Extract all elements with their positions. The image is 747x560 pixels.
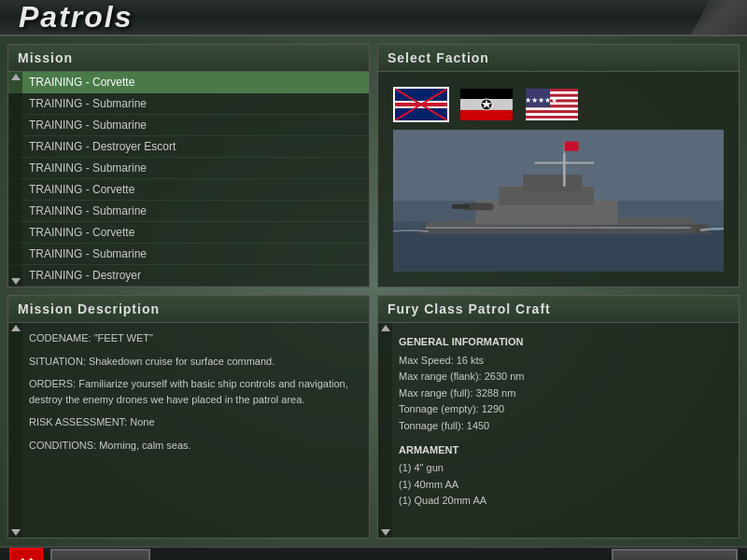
- svg-rect-0: [395, 89, 449, 122]
- ship-info-panel-header: Fury Class Patrol Craft: [378, 296, 739, 323]
- ship-weapon: (1) 4" gun: [399, 460, 731, 477]
- flag-us[interactable]: ★★★★★★: [524, 87, 580, 122]
- svg-line-4: [395, 89, 449, 122]
- svg-line-2: [395, 89, 449, 122]
- ship-stats: Max Speed: 16 ktsMax range (flank): 2630…: [399, 353, 731, 435]
- conditions-text: CONDITIONS: Morning, calm seas.: [29, 438, 361, 454]
- description-panel-content: CODENAME: "FEET WET" SITUATION: Shakedow…: [8, 323, 369, 538]
- description-panel-header: Mission Description: [8, 296, 369, 323]
- faction-panel: Select Faction: [377, 44, 740, 287]
- mission-list-item[interactable]: TRAINING - Corvette: [8, 72, 369, 93]
- svg-rect-42: [564, 142, 578, 151]
- desc-scroll: [8, 323, 22, 538]
- mission-scroll: [8, 72, 22, 287]
- mission-panel: Mission TRAINING - CorvetteTRAINING - Su…: [7, 44, 370, 287]
- ship-stat: Tonnage (full): 1450: [399, 418, 731, 435]
- ship-scroll-up[interactable]: [381, 325, 390, 331]
- general-info-title: GENERAL INFORMATION: [399, 334, 731, 351]
- faction-panel-header: Select Faction: [378, 45, 739, 72]
- accept-mission-button[interactable]: Accept Mission: [612, 549, 738, 561]
- flag-german[interactable]: [458, 87, 514, 122]
- svg-rect-5: [417, 89, 429, 122]
- situation-text: SITUATION: Shakedown cruise for surface …: [29, 354, 361, 370]
- codename-text: CODENAME: "FEET WET": [29, 330, 361, 346]
- close-button[interactable]: ✕: [9, 548, 43, 560]
- ship-info-text: GENERAL INFORMATION Max Speed: 16 ktsMax…: [378, 323, 739, 538]
- ship-weapon: (1) 40mm AA: [399, 477, 731, 494]
- bottom-left-controls: ✕ Main Menu: [9, 548, 150, 560]
- page-title: Patrols: [19, 0, 133, 35]
- faction-flags: ★★★★★★: [393, 87, 724, 122]
- svg-line-1: [395, 89, 449, 122]
- mission-list-item[interactable]: TRAINING - Submarine: [8, 93, 369, 115]
- ship-info-panel-content: GENERAL INFORMATION Max Speed: 16 ktsMax…: [378, 323, 739, 538]
- ship-scroll: [378, 323, 392, 538]
- desc-scroll-up[interactable]: [11, 325, 21, 331]
- title-bar: Patrols: [0, 0, 747, 36]
- mission-list-item[interactable]: TRAINING - Corvette: [8, 179, 369, 201]
- svg-rect-6: [395, 101, 449, 112]
- ship-weapon: (1) Quad 20mm AA: [399, 493, 731, 510]
- mission-list: TRAINING - CorvetteTRAINING - SubmarineT…: [8, 72, 369, 287]
- svg-rect-25: [526, 110, 578, 113]
- svg-rect-7: [419, 89, 427, 122]
- ship-stat: Tonnage (empty): 1290: [399, 401, 731, 418]
- svg-rect-26: [526, 113, 578, 116]
- mission-list-item[interactable]: TRAINING - Corvette: [8, 222, 369, 244]
- svg-rect-10: [460, 88, 513, 99]
- svg-line-3: [395, 89, 449, 122]
- svg-rect-24: [526, 107, 578, 110]
- risk-text: RISK ASSESSMENT: None: [29, 414, 361, 430]
- main-content: Mission TRAINING - CorvetteTRAINING - Su…: [0, 36, 747, 546]
- description-text: CODENAME: "FEET WET" SITUATION: Shakedow…: [8, 323, 369, 538]
- main-menu-button[interactable]: Main Menu: [50, 549, 150, 561]
- mission-list-item[interactable]: TRAINING - Submarine: [8, 158, 369, 179]
- mission-list-item[interactable]: TRAINING - Submarine: [8, 244, 369, 265]
- ship-scroll-down[interactable]: [381, 529, 390, 536]
- desc-scroll-down[interactable]: [11, 529, 21, 536]
- svg-rect-28: [526, 119, 578, 120]
- mission-list-item[interactable]: TRAINING - Destroyer: [8, 265, 369, 287]
- mission-list-item[interactable]: TRAINING - Submarine: [8, 115, 369, 136]
- ship-stat: Max range (flank): 2630 nm: [399, 369, 731, 385]
- svg-rect-36: [523, 175, 582, 191]
- description-panel: Mission Description CODENAME: "FEET WET"…: [7, 295, 370, 539]
- svg-rect-40: [452, 204, 470, 209]
- armament-title: ARMAMENT: [399, 442, 731, 459]
- svg-text:★★★★★★: ★★★★★★: [526, 96, 557, 105]
- svg-rect-27: [526, 116, 578, 119]
- svg-rect-12: [460, 110, 513, 121]
- bottom-bar: ✕ Main Menu Accept Mission: [0, 546, 747, 560]
- orders-text: ORDERS: Familiarize yourself with basic …: [29, 376, 361, 407]
- svg-rect-8: [395, 103, 449, 110]
- mission-panel-content: TRAINING - CorvetteTRAINING - SubmarineT…: [8, 72, 369, 287]
- ship-image: [393, 130, 724, 272]
- flag-uk[interactable]: [393, 87, 449, 122]
- faction-panel-content: ★★★★★★: [378, 72, 739, 287]
- ship-info-panel: Fury Class Patrol Craft GENERAL INFORMAT…: [377, 295, 740, 539]
- mission-panel-header: Mission: [8, 45, 369, 72]
- ship-stat: Max range (full): 3288 nm: [399, 385, 731, 402]
- scroll-up-arrow[interactable]: [11, 74, 21, 80]
- ship-stat: Max Speed: 16 kts: [399, 353, 731, 370]
- mission-list-item[interactable]: TRAINING - Submarine: [8, 201, 369, 222]
- mission-list-item[interactable]: TRAINING - Destroyer Escort: [8, 136, 369, 158]
- ship-weapons: (1) 4" gun(1) 40mm AA(1) Quad 20mm AA: [399, 460, 731, 510]
- scroll-down-arrow[interactable]: [11, 278, 21, 285]
